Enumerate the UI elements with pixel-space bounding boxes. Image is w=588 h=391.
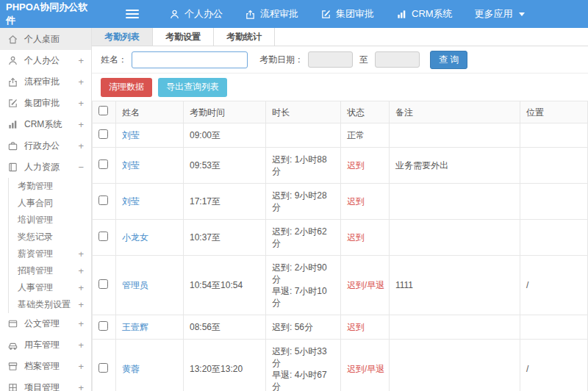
name-label: 姓名：: [101, 54, 127, 66]
status-badge: 迟到: [347, 196, 365, 207]
row-checkbox[interactable]: [98, 279, 108, 289]
tab-attendance-stats[interactable]: 考勤统计: [214, 28, 275, 46]
nav-item-group-approval[interactable]: 集团审批: [309, 0, 385, 28]
location-cell: /: [520, 340, 588, 391]
date-end-input[interactable]: [375, 51, 420, 68]
briefcase-icon: [7, 140, 18, 151]
sidebar-item-label: 集团审批: [24, 97, 60, 110]
expand-plus-icon[interactable]: +: [78, 55, 84, 66]
export-list-button[interactable]: 导出查询列表: [158, 78, 227, 97]
note-cell: 业务需要外出: [390, 148, 520, 184]
sidebar-item-label: 人力资源: [24, 161, 60, 173]
sidebar-submenu-hr: 考勤管理 人事合同 培训管理 奖惩记录 薪资管理+ 招聘管理+ 人事管理+ 基础…: [8, 178, 91, 313]
grid-icon: [7, 382, 18, 391]
sidebar-item-project-mgmt[interactable]: 项目管理 +: [0, 377, 91, 391]
tab-attendance-list[interactable]: 考勤列表: [92, 28, 153, 46]
edit-icon: [320, 9, 331, 20]
search-button[interactable]: 查 询: [430, 51, 467, 69]
sidebar-item-desktop[interactable]: 个人桌面: [0, 28, 91, 50]
sidebar-item-admin-office[interactable]: 行政办公 +: [0, 135, 91, 157]
employee-name-link[interactable]: 小龙女: [122, 232, 148, 243]
expand-plus-icon[interactable]: +: [78, 76, 84, 87]
nav-label: CRM系统: [412, 7, 453, 21]
sidebar-item-crm[interactable]: CRM系统 +: [0, 114, 91, 135]
nav-item-personal-office[interactable]: 个人办公: [158, 0, 234, 28]
hamburger-icon[interactable]: [126, 10, 139, 18]
attendance-time: 13:20至13:20: [184, 340, 266, 391]
caret-down-icon: [519, 12, 525, 16]
location-cell: /: [520, 256, 588, 315]
tab-bar: 考勤列表 考勤设置 考勤统计: [92, 28, 588, 46]
sidebar-item-archive-mgmt[interactable]: 档案管理 +: [0, 356, 91, 377]
nav-item-more-apps[interactable]: 更多应用: [464, 0, 536, 28]
sidebar-item-process-approval[interactable]: 流程审批 +: [0, 71, 91, 93]
row-checkbox[interactable]: [98, 196, 108, 205]
clean-data-button[interactable]: 清理数据: [101, 78, 152, 97]
sidebar-item-label: CRM系统: [24, 118, 62, 131]
table-row: 黄蓉 13:20至13:20 迟到: 5小时33分早退: 4小时67分 迟到/早…: [93, 340, 588, 391]
note-cell: [390, 220, 520, 256]
duration-line1: 迟到: 9小时28分: [272, 190, 334, 213]
expand-plus-icon[interactable]: +: [78, 140, 84, 151]
expand-plus-icon[interactable]: +: [78, 265, 84, 276]
row-checkbox[interactable]: [98, 159, 108, 169]
sidebar-item-recruit-mgmt[interactable]: 招聘管理+: [9, 262, 91, 279]
sidebar-item-reward-record[interactable]: 奖惩记录: [9, 229, 91, 245]
row-checkbox[interactable]: [98, 129, 108, 139]
attendance-table: 姓名 考勤时间 时长 状态 备注 位置 刘莹 09:00至: [92, 101, 588, 391]
employee-name-link[interactable]: 刘莹: [122, 160, 140, 171]
employee-name-link[interactable]: 王壹辉: [122, 322, 148, 332]
sidebar-item-base-category[interactable]: 基础类别设置+: [9, 296, 91, 313]
archive-icon: [7, 361, 18, 372]
sidebar-item-label: 个人办公: [24, 54, 60, 67]
top-nav: 个人办公 流程审批 集团审批 CRM系统 更多应用: [158, 0, 536, 28]
expand-plus-icon[interactable]: +: [78, 299, 84, 310]
sidebar-item-training-mgmt[interactable]: 培训管理: [9, 212, 91, 229]
sidebar-item-document-mgmt[interactable]: 公文管理 +: [0, 313, 91, 334]
name-input[interactable]: [132, 51, 248, 68]
sidebar-item-salary-mgmt[interactable]: 薪资管理+: [9, 245, 91, 262]
expand-plus-icon[interactable]: +: [78, 382, 84, 391]
sidebar-item-label: 流程审批: [24, 76, 60, 88]
select-all-checkbox[interactable]: [98, 106, 108, 115]
employee-name-link[interactable]: 黄蓉: [122, 364, 140, 374]
sidebar-item-label: 行政办公: [24, 140, 60, 152]
status-badge: 迟到: [347, 322, 365, 332]
date-start-input[interactable]: [308, 51, 353, 68]
location-cell: [520, 315, 588, 340]
col-header-time: 考勤时间: [184, 101, 266, 123]
expand-plus-icon[interactable]: +: [78, 282, 84, 293]
row-checkbox[interactable]: [98, 321, 108, 331]
employee-name-link[interactable]: 刘莹: [122, 130, 140, 140]
expand-plus-icon[interactable]: +: [78, 318, 84, 329]
duration-line2: 早退: 7小时10分: [272, 285, 334, 309]
status-badge: 正常: [347, 130, 365, 140]
row-checkbox[interactable]: [98, 363, 108, 373]
sidebar-item-vehicle-mgmt[interactable]: 用车管理 +: [0, 334, 91, 356]
expand-plus-icon[interactable]: +: [78, 119, 84, 130]
sidebar-item-personal-office[interactable]: 个人办公 +: [0, 50, 91, 71]
attendance-time: 08:56至: [184, 315, 266, 340]
collapse-minus-icon[interactable]: −: [78, 162, 84, 173]
employee-name-link[interactable]: 刘莹: [122, 196, 140, 207]
attendance-time: 10:37至: [184, 220, 266, 256]
tab-attendance-settings[interactable]: 考勤设置: [153, 28, 214, 46]
nav-item-crm[interactable]: CRM系统: [385, 0, 464, 28]
employee-name-link[interactable]: 管理员: [122, 280, 148, 290]
expand-plus-icon[interactable]: +: [78, 361, 84, 372]
status-badge: 迟到/早退: [347, 364, 384, 374]
expand-plus-icon[interactable]: +: [78, 98, 84, 109]
duration-line1: 迟到: 2小时62分: [272, 226, 334, 249]
sidebar-item-personnel-mgmt[interactable]: 人事管理+: [9, 279, 91, 296]
sidebar-item-attendance-mgmt[interactable]: 考勤管理: [9, 178, 91, 195]
sidebar: 个人桌面 个人办公 + 流程审批 + 集团审批 + CRM系统 +: [0, 28, 92, 391]
sidebar-item-hr[interactable]: 人力资源 −: [0, 157, 91, 178]
sidebar-item-hr-contract[interactable]: 人事合同: [9, 195, 91, 212]
app-window: PHPOA协同办公软件 个人办公 流程审批 集团审批 CRM系统 更多应用: [0, 0, 588, 391]
sidebar-item-group-approval[interactable]: 集团审批 +: [0, 93, 91, 114]
row-checkbox[interactable]: [98, 232, 108, 241]
edit-icon: [7, 98, 18, 109]
expand-plus-icon[interactable]: +: [78, 340, 84, 351]
nav-item-process-approval[interactable]: 流程审批: [234, 0, 309, 28]
expand-plus-icon[interactable]: +: [78, 248, 84, 259]
